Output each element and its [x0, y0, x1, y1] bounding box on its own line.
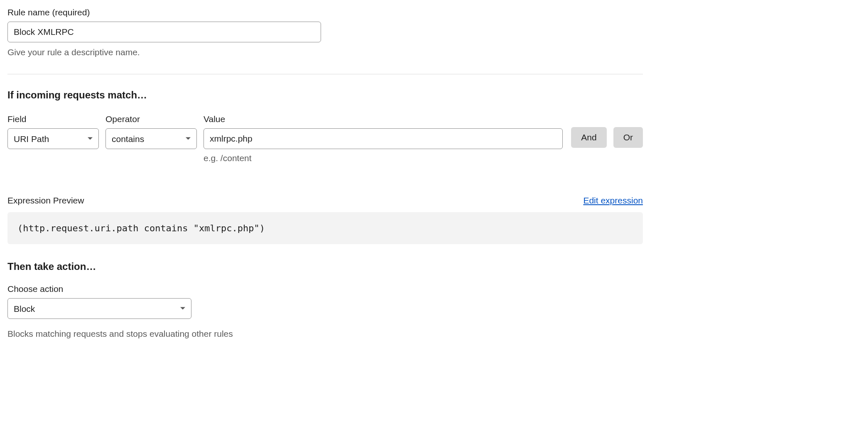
- action-select[interactable]: Block: [7, 298, 191, 319]
- action-heading: Then take action…: [7, 261, 643, 272]
- match-heading: If incoming requests match…: [7, 89, 643, 101]
- operator-select[interactable]: contains: [105, 128, 197, 149]
- field-select[interactable]: URI Path: [7, 128, 99, 149]
- value-input[interactable]: [204, 128, 563, 149]
- action-hint: Blocks matching requests and stops evalu…: [7, 329, 643, 339]
- and-button[interactable]: And: [571, 127, 606, 148]
- match-row: Field URI Path Operator contains: [7, 114, 643, 163]
- operator-label: Operator: [105, 114, 197, 124]
- divider: [7, 74, 643, 74]
- expression-preview-code: (http.request.uri.path contains "xmlrpc.…: [7, 212, 643, 244]
- edit-expression-link[interactable]: Edit expression: [583, 196, 643, 206]
- rule-name-label: Rule name (required): [7, 7, 643, 17]
- rule-name-hint: Give your rule a descriptive name.: [7, 47, 643, 57]
- value-label: Value: [204, 114, 564, 124]
- choose-action-label: Choose action: [7, 284, 643, 294]
- or-button[interactable]: Or: [613, 127, 643, 148]
- rule-name-input[interactable]: [7, 22, 321, 42]
- field-label: Field: [7, 114, 99, 124]
- expression-preview-label: Expression Preview: [7, 196, 84, 206]
- value-hint: e.g. /content: [204, 153, 564, 163]
